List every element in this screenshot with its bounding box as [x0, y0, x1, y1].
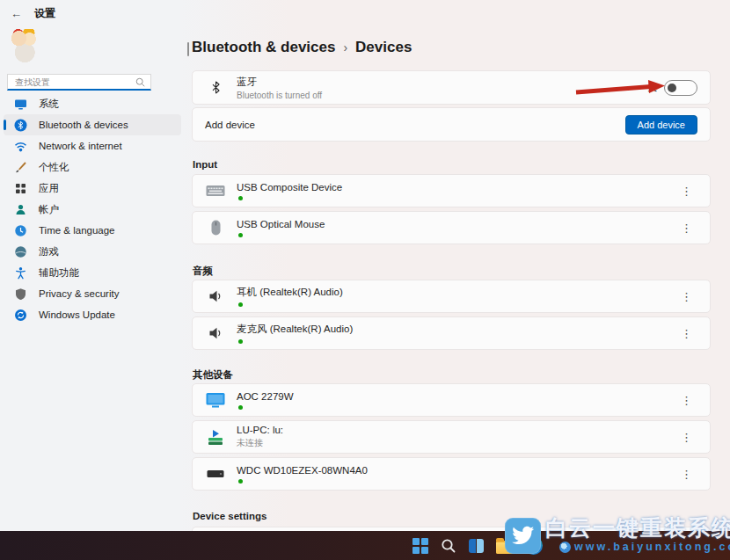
sidebar-item-bluetooth-devices[interactable]: Bluetooth & devices	[4, 114, 181, 135]
device-name: USB Optical Mouse	[237, 219, 325, 229]
device-name: 麦克风 (Realtek(R) Audio)	[237, 323, 353, 336]
add-device-label: Add device	[205, 120, 255, 130]
drive-icon	[205, 464, 226, 484]
globe-icon	[559, 542, 571, 553]
status-dot	[238, 339, 243, 344]
sidebar-item-label: 帐户	[39, 203, 59, 216]
watermark-twitter-tile	[505, 518, 541, 554]
status-dot	[238, 302, 243, 307]
titlebar: ← 设置	[11, 6, 55, 21]
accounts-icon	[14, 203, 27, 216]
annotation-arrow	[573, 79, 667, 98]
device-row-headphones: 耳机 (Realtek(R) Audio) ⋮	[192, 280, 711, 313]
device-row-usb-composite: USB Composite Device ⋮	[192, 174, 711, 207]
bluetooth-title: 蓝牙	[237, 76, 322, 89]
sidebar-item-label: Network & internet	[39, 141, 122, 151]
scrollbar-thumb[interactable]	[187, 42, 189, 56]
speaker-icon	[205, 324, 226, 343]
bluetooth-toggle[interactable]	[664, 80, 697, 96]
bluetooth-icon	[14, 119, 27, 132]
device-name: 耳机 (Realtek(R) Audio)	[237, 286, 343, 299]
system-icon	[14, 98, 27, 111]
back-button[interactable]: ←	[11, 7, 22, 20]
settings-window: ← 设置 系统 Bluetooth & devices Network & in…	[0, 0, 730, 560]
device-row-microphone: 麦克风 (Realtek(R) Audio) ⋮	[192, 316, 711, 350]
sidebar-item-apps[interactable]: 应用	[4, 178, 181, 199]
status-dot	[238, 196, 243, 200]
more-options-button[interactable]: ⋮	[675, 287, 697, 306]
status-dot	[238, 479, 243, 484]
speaker-icon	[205, 287, 226, 306]
twitter-bird-icon	[511, 524, 535, 548]
device-name: AOC 2279W	[237, 391, 294, 402]
search-icon	[441, 538, 456, 554]
section-title-other-devices: 其他设备	[193, 368, 233, 382]
sidebar-item-label: Windows Update	[39, 309, 115, 320]
more-options-button[interactable]: ⋮	[675, 391, 697, 410]
bluetooth-glyph-icon	[205, 78, 226, 98]
accessibility-icon	[14, 266, 27, 280]
section-title-input: Input	[193, 159, 217, 170]
sidebar-item-label: 系统	[39, 98, 59, 111]
keyboard-icon	[205, 181, 226, 200]
watermark-url-text: www.baiyunxitong.com	[574, 541, 730, 553]
sidebar-item-label: 应用	[39, 182, 59, 195]
sidebar-item-privacy-security[interactable]: Privacy & security	[4, 283, 181, 304]
section-title-device-settings: Device settings	[193, 511, 266, 521]
sidebar-item-gaming[interactable]: 游戏	[4, 241, 181, 262]
sidebar-item-time-language[interactable]: Time & language	[4, 220, 181, 241]
add-device-button[interactable]: Add device	[625, 115, 697, 135]
settings-search[interactable]	[7, 74, 151, 91]
more-options-button[interactable]: ⋮	[675, 465, 697, 484]
sidebar-item-network-internet[interactable]: Network & internet	[4, 135, 181, 156]
sidebar-item-personalization[interactable]: 个性化	[4, 156, 181, 178]
privacy-icon	[14, 287, 27, 301]
gaming-icon	[14, 245, 27, 258]
sidebar-item-accessibility[interactable]: 辅助功能	[4, 262, 181, 283]
start-button[interactable]	[410, 535, 431, 556]
sidebar-item-label: 个性化	[39, 161, 69, 174]
device-status-text: 未连接	[237, 437, 283, 449]
taskbar-search-button[interactable]	[438, 535, 459, 556]
watermark-url: www.baiyunxitong.com	[559, 541, 730, 553]
device-row-usb-mouse: USB Optical Mouse ⋮	[192, 211, 711, 244]
device-row-media-server: LU-PC: lu: 未连接 ⋮	[192, 420, 711, 454]
add-device-row: Add device Add device	[192, 107, 711, 142]
more-options-button[interactable]: ⋮	[675, 219, 697, 237]
windows-update-icon	[14, 309, 27, 322]
sidebar-item-windows-update[interactable]: Windows Update	[4, 304, 181, 325]
apps-icon	[14, 182, 27, 195]
sidebar-nav: 系统 Bluetooth & devices Network & interne…	[4, 93, 181, 325]
sidebar-item-label: 辅助功能	[39, 266, 79, 280]
search-icon	[135, 77, 145, 87]
personalization-icon	[14, 161, 27, 174]
breadcrumb-parent[interactable]: Bluetooth & devices	[192, 39, 335, 56]
media-server-icon	[205, 427, 226, 447]
device-name: LU-PC: lu:	[237, 425, 283, 435]
bluetooth-status-text: Bluetooth is turned off	[237, 91, 322, 100]
toggle-knob	[668, 84, 676, 92]
task-view-icon	[469, 539, 485, 553]
more-options-button[interactable]: ⋮	[675, 324, 697, 343]
task-view-button[interactable]	[466, 535, 487, 556]
windows-logo-icon	[412, 538, 428, 554]
sidebar-item-label: Time & language	[39, 225, 115, 236]
sidebar-item-system[interactable]: 系统	[4, 93, 181, 114]
monitor-icon	[205, 390, 226, 410]
device-row-hard-drive: WDC WD10EZEX-08WN4A0 ⋮	[192, 457, 711, 491]
page-title: Devices	[355, 39, 412, 56]
sidebar-item-accounts[interactable]: 帐户	[4, 199, 181, 220]
status-dot	[238, 233, 243, 237]
device-name: USB Composite Device	[237, 182, 342, 193]
user-avatar[interactable]	[9, 29, 42, 62]
sidebar-item-label: 游戏	[39, 245, 59, 258]
device-row-monitor: AOC 2279W ⋮	[192, 383, 711, 417]
network-icon	[14, 140, 27, 153]
app-title: 设置	[34, 6, 55, 21]
search-input[interactable]	[13, 76, 135, 88]
more-options-button[interactable]: ⋮	[675, 428, 697, 447]
sidebar-item-label: Privacy & security	[39, 288, 119, 299]
status-dot	[238, 405, 243, 410]
watermark-brand-text: 白云一键重装系统	[545, 513, 730, 542]
more-options-button[interactable]: ⋮	[675, 182, 697, 200]
